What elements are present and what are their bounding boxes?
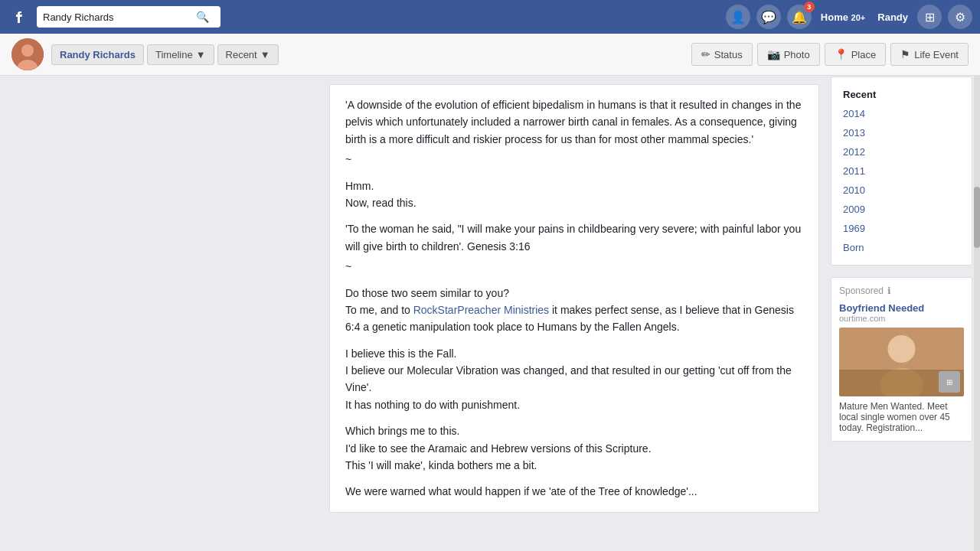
post-belief1: I believe this is the Fall.	[345, 345, 803, 362]
post-paragraph2: 'To the woman he said, "I will make your…	[345, 220, 803, 255]
notifications-icon[interactable]: 🔔 3	[787, 5, 812, 29]
profile-name-button[interactable]: Randy Richards	[51, 44, 144, 65]
ad-image-overlay: ⊞	[939, 371, 960, 393]
year-item-2014[interactable]: 2014	[831, 104, 972, 123]
rockstar-link[interactable]: RockStarPreacher Ministries	[413, 304, 549, 316]
recent-button[interactable]: Recent ▼	[217, 44, 279, 65]
scrollbar-thumb[interactable]	[974, 187, 980, 248]
photo-icon: 📷	[767, 48, 780, 60]
nav-right: 👤 💬 🔔 3 Home 20+ Randy ⊞ ⚙	[726, 5, 972, 29]
post-question: Do those two seem similar to you?	[345, 285, 803, 302]
post-warned: We were warned what would happen if we '…	[345, 483, 803, 500]
ad-description: Mature Men Wanted. Meet local single wom…	[839, 401, 964, 433]
post-now-read: Now, read this.	[345, 194, 803, 211]
status-icon: ✏	[701, 48, 710, 60]
notification-badge: 3	[804, 2, 815, 12]
svg-point-5	[888, 335, 916, 363]
year-item-2010[interactable]: 2010	[831, 181, 972, 200]
friends-icon[interactable]: 👤	[726, 5, 750, 29]
search-bar[interactable]: 🔍	[37, 6, 220, 28]
post-arabic: I'd like to see the Aramaic and Hebrew v…	[345, 440, 803, 457]
timeline-button[interactable]: Timeline ▼	[147, 44, 214, 65]
settings-icon[interactable]: ⚙	[948, 5, 972, 29]
profile-bar: Randy Richards Timeline ▼ Recent ▼ ✏ Sta…	[0, 34, 980, 76]
post-belief3: It has nothing to do with punishment.	[345, 396, 803, 413]
main-layout: 'A downside of the evolution of efficien…	[0, 77, 980, 520]
place-button[interactable]: 📍 Place	[825, 43, 887, 66]
facebook-logo[interactable]	[8, 5, 31, 28]
scrollbar[interactable]	[974, 34, 980, 520]
post-brings: Which brings me to this.	[345, 422, 803, 439]
home-nav-btn[interactable]: Home 20+	[818, 11, 868, 23]
post-belief2: I believe our Molecular Vibration was ch…	[345, 362, 803, 396]
year-item-1969[interactable]: 1969	[831, 219, 972, 238]
year-item-2012[interactable]: 2012	[831, 142, 972, 161]
feed-content: 'A downside of the evolution of efficien…	[329, 77, 819, 520]
left-area	[0, 77, 329, 520]
profile-nav-btn[interactable]: Randy	[874, 11, 911, 23]
pages-icon[interactable]: ⊞	[917, 5, 942, 29]
photo-button[interactable]: 📷 Photo	[757, 43, 820, 66]
avatar	[11, 38, 44, 70]
post-tilde1: ~	[345, 151, 803, 168]
year-item-2009[interactable]: 2009	[831, 200, 972, 219]
top-navigation: 🔍 👤 💬 🔔 3 Home 20+ Randy ⊞ ⚙	[0, 0, 980, 34]
year-item-2011[interactable]: 2011	[831, 161, 972, 181]
right-sidebar: Recent 2014 2013 2012 2011 2010 2009 196…	[819, 77, 972, 520]
life-event-button[interactable]: ⚑ Life Event	[890, 43, 969, 66]
search-input[interactable]	[43, 11, 196, 23]
year-item-2013[interactable]: 2013	[831, 123, 972, 142]
post-card: 'A downside of the evolution of efficien…	[329, 84, 819, 513]
post-paragraph1: 'A downside of the evolution of efficien…	[345, 96, 803, 148]
avatar-image	[11, 38, 44, 70]
post-kinda: This 'I will make', kinda bothers me a b…	[345, 457, 803, 474]
life-event-icon: ⚑	[900, 48, 910, 60]
status-button[interactable]: ✏ Status	[691, 43, 753, 66]
profile-actions: ✏ Status 📷 Photo 📍 Place ⚑ Life Event	[691, 43, 969, 66]
post-body-link: To me, and to RockStarPreacher Ministrie…	[345, 302, 803, 336]
ad-image[interactable]: ⊞	[839, 328, 964, 396]
svg-point-2	[21, 44, 34, 57]
place-icon: 📍	[835, 48, 848, 60]
sponsored-section: Sponsored ℹ Boyfriend Needed ourtime.com…	[831, 277, 972, 442]
sponsored-info-icon: ℹ	[887, 285, 891, 296]
ad-url: ourtime.com	[839, 314, 964, 323]
timeline-years: Recent 2014 2013 2012 2011 2010 2009 196…	[831, 77, 972, 266]
post-tilde2: ~	[345, 258, 803, 275]
sponsored-header: Sponsored ℹ	[839, 285, 964, 296]
year-item-born[interactable]: Born	[831, 238, 972, 257]
ad-title[interactable]: Boyfriend Needed	[839, 302, 964, 314]
messages-icon[interactable]: 💬	[756, 5, 781, 29]
post-hmm: Hmm.	[345, 178, 803, 194]
search-icon[interactable]: 🔍	[196, 11, 209, 23]
year-item-recent[interactable]: Recent	[831, 85, 972, 104]
